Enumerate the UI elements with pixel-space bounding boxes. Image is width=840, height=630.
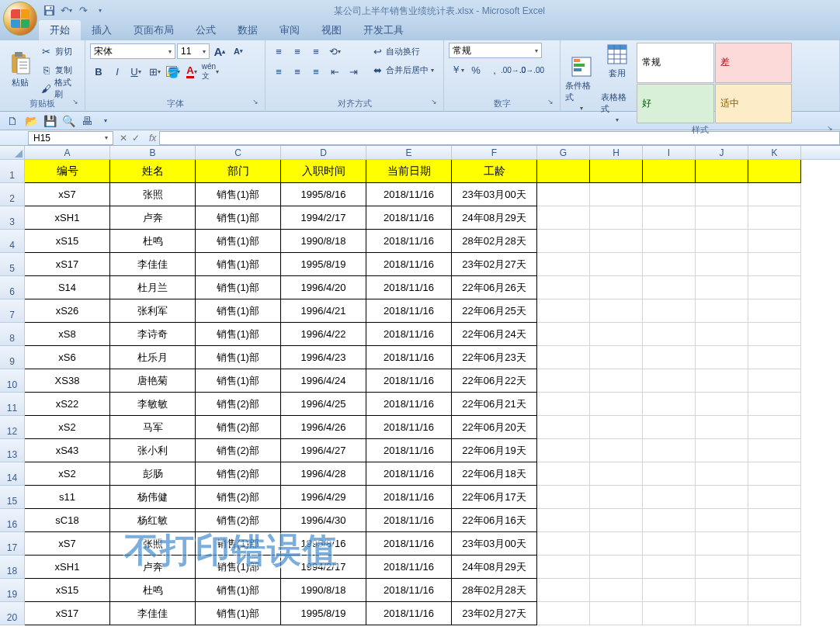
font-name-combo[interactable]: 宋体▾ (90, 43, 175, 59)
cell[interactable]: 杜月兰 (110, 276, 196, 299)
border-button[interactable]: ⊞▾ (146, 63, 163, 80)
cell[interactable]: 2018/11/16 (366, 509, 452, 532)
style-good[interactable]: 好 (637, 84, 714, 124)
cell[interactable]: 2018/11/16 (366, 276, 452, 299)
office-button[interactable] (3, 2, 37, 36)
row-header[interactable]: 3 (0, 206, 25, 230)
align-left-button[interactable]: ≡ (270, 63, 287, 80)
header-cell[interactable]: 姓名 (110, 160, 196, 183)
cell[interactable]: 杜乐月 (110, 346, 196, 369)
cell[interactable]: 2018/11/16 (366, 299, 452, 323)
cell[interactable]: 1996/4/24 (281, 369, 366, 393)
grow-font-button[interactable]: A▴ (211, 43, 228, 60)
cell[interactable]: 1995/8/16 (281, 183, 366, 206)
redo-icon[interactable]: ↷ (76, 3, 90, 17)
row-header[interactable]: 11 (0, 393, 25, 416)
cell[interactable]: 2018/11/16 (366, 416, 452, 439)
cell[interactable]: 22年06月22天 (452, 369, 537, 393)
cell[interactable]: 李佳佳 (110, 253, 196, 276)
percent-button[interactable]: % (467, 61, 484, 78)
cell[interactable]: xS7 (25, 532, 110, 556)
cell[interactable]: 销售(1)部 (196, 532, 281, 556)
cell[interactable]: xS15 (25, 579, 110, 602)
cell[interactable]: 22年06月17天 (452, 486, 537, 509)
align-right-button[interactable]: ≡ (307, 63, 325, 80)
row-header[interactable]: 7 (0, 299, 25, 323)
cell[interactable]: 1996/4/25 (281, 393, 366, 416)
copy-button[interactable]: ⎘复制 (39, 61, 80, 78)
row-header[interactable]: 8 (0, 323, 25, 346)
cell[interactable]: 1995/8/16 (281, 532, 366, 556)
row-header[interactable]: 10 (0, 369, 25, 393)
cell[interactable]: S14 (25, 276, 110, 299)
cell[interactable]: 销售(1)部 (196, 556, 281, 579)
cancel-formula-icon[interactable]: ✕ (120, 133, 127, 144)
open-icon[interactable]: 📂 (23, 113, 39, 129)
cell[interactable]: 22年06月26天 (452, 276, 537, 299)
cell[interactable]: 销售(1)部 (196, 369, 281, 393)
cell[interactable]: 28年02月28天 (452, 579, 537, 602)
row-header[interactable]: 12 (0, 416, 25, 439)
col-header-k[interactable]: K (748, 146, 801, 159)
col-header-b[interactable]: B (110, 146, 196, 159)
header-cell[interactable]: 当前日期 (366, 160, 452, 183)
cell[interactable]: xS7 (25, 183, 110, 206)
header-cell[interactable]: 编号 (25, 160, 110, 183)
select-all-corner[interactable] (0, 146, 25, 159)
cell[interactable]: 1996/4/28 (281, 462, 366, 486)
more-icon[interactable]: ▾ (98, 113, 113, 129)
align-top-button[interactable]: ≡ (270, 43, 287, 60)
row-header[interactable]: 5 (0, 253, 25, 276)
cell[interactable]: 1996/4/21 (281, 299, 366, 323)
style-neutral[interactable]: 适中 (715, 84, 793, 124)
cell[interactable]: 2018/11/16 (366, 253, 452, 276)
cell[interactable]: xS17 (25, 253, 110, 276)
cell[interactable]: 李佳佳 (110, 602, 196, 625)
tab-page-layout[interactable]: 页面布局 (123, 20, 185, 40)
cell[interactable]: 张小利 (110, 439, 196, 462)
cell[interactable]: 22年06月24天 (452, 323, 537, 346)
row-header[interactable]: 20 (0, 602, 25, 625)
cell[interactable]: 1995/8/19 (281, 253, 366, 276)
save-icon-2[interactable]: 💾 (42, 113, 57, 129)
cell[interactable]: 张照 (110, 532, 196, 556)
paste-button[interactable]: 粘贴 (5, 43, 36, 97)
cell[interactable]: 1996/4/29 (281, 486, 366, 509)
cell[interactable]: 马军 (110, 416, 196, 439)
align-center-button[interactable]: ≡ (289, 63, 306, 80)
cell[interactable]: 销售(2)部 (196, 462, 281, 486)
header-cell[interactable]: 部门 (196, 160, 281, 183)
row-header[interactable]: 4 (0, 230, 25, 253)
cell[interactable]: 1994/2/17 (281, 556, 366, 579)
cell[interactable]: 1996/4/30 (281, 509, 366, 532)
col-header-j[interactable]: J (696, 146, 748, 159)
cell[interactable]: 2018/11/16 (366, 206, 452, 230)
tab-review[interactable]: 审阅 (269, 20, 311, 40)
cell[interactable]: 2018/11/16 (366, 439, 452, 462)
cell[interactable]: XS38 (25, 369, 110, 393)
cell[interactable]: 2018/11/16 (366, 323, 452, 346)
cell[interactable]: 24年08月29天 (452, 556, 537, 579)
cell[interactable]: 23年02月27天 (452, 253, 537, 276)
currency-button[interactable]: ￥▾ (449, 61, 466, 78)
cell[interactable]: s11 (25, 486, 110, 509)
cell[interactable]: 28年02月28天 (452, 230, 537, 253)
cell[interactable]: 销售(1)部 (196, 206, 281, 230)
col-header-i[interactable]: I (643, 146, 696, 159)
row-header[interactable]: 13 (0, 439, 25, 462)
cell[interactable]: 李敏敏 (110, 393, 196, 416)
header-cell[interactable]: 工龄 (452, 160, 537, 183)
cell[interactable]: 2018/11/16 (366, 462, 452, 486)
enter-formula-icon[interactable]: ✓ (132, 133, 140, 144)
cell[interactable]: xS17 (25, 602, 110, 625)
cell[interactable]: 1990/8/18 (281, 579, 366, 602)
fill-color-button[interactable]: 🪣▾ (165, 63, 182, 80)
row-header[interactable]: 6 (0, 276, 25, 299)
cell[interactable]: 1996/4/27 (281, 439, 366, 462)
row-header[interactable]: 15 (0, 486, 25, 509)
cell[interactable]: 1996/4/23 (281, 346, 366, 369)
col-header-d[interactable]: D (281, 146, 366, 159)
quickprint-icon[interactable]: 🖶 (79, 113, 95, 129)
row-header[interactable]: 17 (0, 532, 25, 556)
header-cell[interactable]: 入职时间 (281, 160, 366, 183)
